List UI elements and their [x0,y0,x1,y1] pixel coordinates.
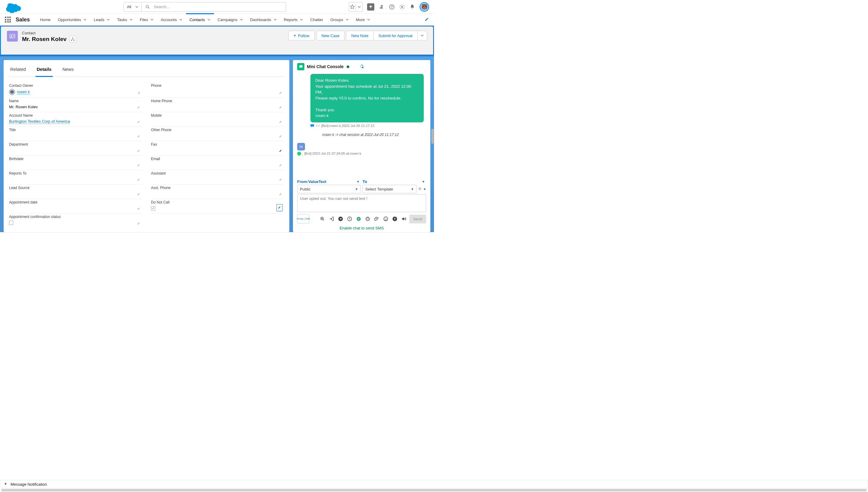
refresh-icon[interactable] [358,63,364,70]
edit-pencil-icon[interactable] [137,221,141,226]
to-dropdown[interactable]: ▼ [422,180,425,183]
template-gear-icon[interactable] [418,187,422,192]
tab-details[interactable]: Details [35,64,53,77]
field-department: Department [9,141,142,155]
svg-text:?: ? [391,5,393,9]
svg-point-15 [357,217,361,221]
tab-related[interactable]: Related [9,64,27,77]
field-appointment-date: Appointment date [9,199,142,214]
nav-files[interactable]: Files [136,14,157,26]
nav-dashboards[interactable]: Dashboards [247,14,280,26]
color-picker-icon[interactable] [356,216,362,222]
visibility-select[interactable]: Public▼ [297,185,361,193]
salesforce-help-icon[interactable] [379,4,385,10]
edit-pencil-icon[interactable] [137,105,141,110]
global-search[interactable] [142,2,286,12]
nav-groups[interactable]: Groups [327,14,352,26]
field-name: NameMr. Rosen Kolev [9,98,142,112]
field-mobile: Mobile [151,112,284,127]
edit-pencil-icon[interactable] [137,192,141,197]
edit-pencil-icon[interactable] [279,134,283,139]
follow-button[interactable]: +Follow [288,31,315,41]
svg-point-19 [386,218,387,219]
chat-message-meta: ✓✓ [Bot]:rosen k,2022-Jul-20 11:17:12 [310,124,424,128]
group-chat-button[interactable]: Group_Chat [297,214,309,223]
app-name: Sales [16,17,30,23]
to-label: To [363,179,367,184]
sound-icon[interactable] [401,216,407,222]
comment-icon[interactable] [365,216,371,222]
nav-more[interactable]: More [352,14,374,26]
field-contact-owner: Contact Owner🐻rosen k [9,82,142,98]
edit-pencil-icon[interactable] [279,192,283,197]
edit-pencil-icon[interactable] [279,163,283,168]
field-birthdate: Birthdate [9,155,142,170]
svg-rect-7 [71,40,72,41]
search-input[interactable] [154,4,282,9]
edit-pencil-icon[interactable] [137,177,141,182]
nav-campaigns[interactable]: Campaigns [214,14,247,26]
emoji-icon[interactable] [383,216,389,222]
new-note-button[interactable]: New Note [346,31,374,41]
sms-icon [310,124,314,127]
checkbox[interactable] [9,221,13,225]
new-case-button[interactable]: New Case [316,31,345,41]
submit-approval-button[interactable]: Submit for Approval [374,31,418,41]
favorites-control[interactable] [349,2,363,12]
edit-nav-pencil-icon[interactable] [424,17,429,23]
checkbox[interactable]: ✓ [151,206,155,211]
nav-chatter[interactable]: Chatter [307,14,327,26]
svg-point-12 [321,218,323,219]
nav-reports[interactable]: Reports [280,14,307,26]
more-actions-button[interactable] [417,31,427,41]
download-icon[interactable] [392,216,398,222]
attachment-icon[interactable] [374,216,380,222]
search-contact-icon[interactable] [320,216,326,222]
chat-session-divider: rosen k -> chat session at 2022-Jul-20 1… [297,133,424,137]
edit-pencil-icon[interactable] [137,134,141,139]
user-avatar[interactable]: 🐻 [419,2,429,12]
field-email: Email [151,155,284,170]
setup-gear-icon[interactable] [399,4,405,10]
hierarchy-button[interactable] [70,36,76,43]
help-icon[interactable]: ? [389,4,395,10]
salesforce-logo[interactable] [5,1,22,13]
notifications-bell-icon[interactable] [409,4,415,10]
clock-icon[interactable] [347,216,353,222]
template-extra-dropdown[interactable]: ▼ [423,188,426,191]
star-icon [349,4,355,10]
exit-icon[interactable] [329,216,335,222]
edit-pencil-icon[interactable] [137,163,141,168]
svg-rect-9 [310,124,314,127]
svg-point-17 [384,217,388,221]
field-home-phone: Home Phone [151,98,284,112]
nav-leads[interactable]: Leads [90,14,113,26]
edit-pencil-icon[interactable] [279,91,283,96]
edit-pencil-icon[interactable] [279,149,283,153]
chat-scrollbar[interactable] [431,129,434,144]
edit-pencil-icon[interactable] [279,120,283,124]
from-dropdown[interactable]: ▼ [357,180,360,183]
edit-pencil-icon[interactable] [137,206,141,211]
svg-rect-8 [74,40,74,41]
nav-opportunities[interactable]: Opportunities [54,14,90,26]
record-title: Mr. Rosen Kolev [22,36,67,43]
message-textarea[interactable] [297,194,426,212]
edit-pencil-icon[interactable] [279,105,283,110]
edit-pencil-icon[interactable] [137,149,141,153]
send-plane-icon[interactable] [337,216,343,222]
search-scope-selector[interactable]: All [124,2,142,12]
from-label: From:ValueText [297,179,326,184]
nav-accounts[interactable]: Accounts [157,14,186,26]
edit-pencil-icon[interactable] [279,177,283,182]
nav-home[interactable]: Home [36,14,54,26]
template-select[interactable]: Select Template▼ [363,185,416,193]
nav-contacts[interactable]: Contacts [186,14,214,26]
tab-news[interactable]: News [61,64,75,77]
edit-pencil-icon[interactable] [137,120,141,124]
nav-tasks[interactable]: Tasks [113,14,136,26]
enable-chat-link[interactable]: Enable chat to send SMS [297,226,426,230]
add-button[interactable]: + [367,3,374,10]
app-launcher-icon[interactable] [5,17,11,23]
edit-pencil-icon[interactable] [276,204,283,211]
